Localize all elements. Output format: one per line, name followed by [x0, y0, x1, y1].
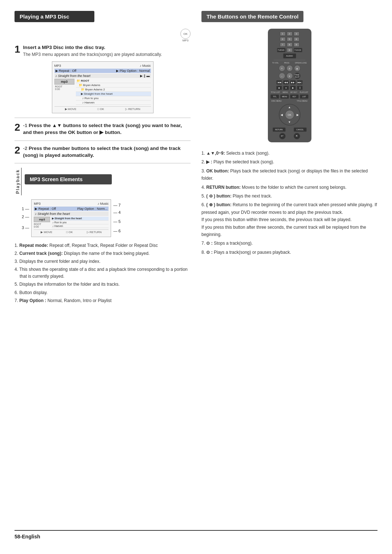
remote-vol-row-2: - ∨ FINESLIP	[279, 73, 301, 79]
remote-btn-3: 3	[294, 32, 299, 36]
divider-3	[15, 163, 191, 163]
mp3-logo-2: mp3	[34, 217, 50, 222]
mp3-repeat-row-2: ▶ Repeat : Off Play Option : Norm...	[34, 207, 109, 211]
page-number: 58	[15, 534, 20, 539]
step-2-1-block: 2 -1 Press the ▲▼ buttons to select the …	[15, 122, 191, 136]
remote-btn-progup: ∧	[286, 65, 293, 72]
remote-label-row-2: TITLE LIST MENU MY KEY PLAYLIST	[270, 91, 309, 93]
right-list-item-8: 8. ⊙ : Plays a track(song) or pauses pla…	[201, 249, 377, 256]
remote-spacer	[287, 127, 293, 132]
mp3-screen-body-2: mp3 ROOT 0:00 ▶ Straight from the heart …	[34, 217, 109, 228]
remote-btn-ok: OK	[285, 110, 294, 119]
right-list-item-2: 2. ▶ : Plays the selected track (song).	[201, 158, 377, 166]
remote-btn-fine: FINESLIP	[294, 73, 301, 79]
remote-btn-return: RETURN	[273, 127, 286, 132]
right-list-item-1: 1. ▲▼,0~9: Selects a track (song).	[201, 150, 377, 157]
mp3-list-item-3: 3. Displays the current folder and play …	[15, 258, 191, 265]
track-name-2: ♪ Straight from the heart	[35, 212, 70, 216]
remote-btn-rewind: ◀◀	[283, 80, 289, 85]
step-2-2-title: -2 Press the number buttons to select th…	[23, 145, 191, 159]
mp3-file-list: 📁 ROOT 📁 Bryan Adams 📁 Bryan Adams 2 ▶ S…	[76, 79, 151, 105]
step-2-2-text: Press the number buttons to select the t…	[23, 146, 181, 158]
ok-mp3-button: OK MP3	[180, 29, 191, 42]
mp3-label-2: MP3	[34, 202, 41, 205]
remote-btn-playlist: LIST	[300, 94, 309, 99]
remote-num-row-3: 7 8 9	[280, 42, 299, 47]
remote-mykey-label: MY KEY	[290, 91, 297, 93]
remote-spacer-2	[287, 133, 293, 139]
remote-btn-mykey: KEY	[290, 94, 299, 99]
left-col: Playing a MP3 Disc OK MP3 1 Insert a MP3…	[15, 11, 191, 523]
right-list-item-6: 6. ( ⊕ ) button: Returns to the beginnin…	[201, 201, 377, 238]
remote-special-row: TV/DVD 0 TV/VCR	[277, 48, 302, 52]
remote-titlemenu-label: TITLE MENU	[297, 100, 307, 102]
remote-btn-progdown: ∨	[286, 73, 293, 79]
mp3-screen-annotated: MP3 ♪ Music ▶ Repeat : Off Play Option :…	[31, 199, 111, 237]
remote-btn-skipfwd: ▶▶|	[297, 80, 303, 85]
right-list-item-5: 5. ( ⊖ ) button: Plays the next track.	[201, 192, 377, 200]
remote-num-row-1: 1 2 3	[280, 32, 299, 36]
remote-btn-7: 7	[280, 42, 286, 47]
right-col: The Buttons on the Remote Control 1 2 3 …	[201, 11, 377, 523]
remote-btn-8: 8	[287, 42, 293, 47]
mp3-list-item-5: 5. Displays the information for the fold…	[15, 281, 191, 288]
mp3-elements-section: Playback MP3 Screen Elements	[15, 168, 191, 195]
file-heaven-2: ♪ Haeven	[52, 224, 109, 228]
step-2-2-block: 2 -2 Press the number buttons to select …	[15, 145, 191, 159]
step-1-desc: The MP3 menu appears and the tracks(song…	[23, 51, 191, 58]
mp3-list-item-1: 1. Repeat mode: Repeat off, Repeat Track…	[15, 242, 191, 249]
step-2-1-text: Press the ▲▼ buttons to select the track…	[23, 123, 182, 135]
remote-label-row-1: TV VOL PROG OPEN/CLOSE	[270, 62, 309, 64]
step-2-2-sub: -2	[23, 146, 28, 151]
remote-btn-can-circle: ✕	[294, 133, 300, 139]
remote-tvvol-label: TV VOL	[272, 62, 279, 64]
remote-bottom-row: ↩ ✕	[279, 133, 300, 139]
remote-btn-play: ▶	[290, 86, 296, 90]
step-2-2-number: 2	[15, 145, 20, 155]
footer-return: ▷ RETURN	[125, 107, 140, 111]
remote-nav-ring: ▲ ▼ ◀ ▶ OK	[279, 104, 301, 126]
mp3-file-list-2: ▶ Straight from the heart ♪ Run to you ♪…	[52, 217, 109, 228]
mp3-screen-header-2: MP3 ♪ Music	[34, 202, 109, 205]
play-option-2: Play Option : Norm...	[77, 207, 108, 211]
remote-nav-up: ▲	[288, 106, 291, 109]
remote-image-area: 1 2 3 4 5 6 7 8 9 TV/DVD	[201, 29, 377, 142]
mp3-list-item-4: 4. This shows the operating state of a d…	[15, 266, 191, 280]
remote-btn-1: 1	[280, 32, 286, 36]
remote-titlelist-label: TITLE LIST	[271, 91, 280, 93]
remote-playlist-label: PLAYLIST	[300, 91, 308, 93]
remote-btn-audio: AUDIO	[283, 53, 296, 58]
mp3-screen-body: mp3 ROOT 0:00 📁 ROOT 📁 Bryan Adams 📁 Bry…	[54, 79, 151, 105]
remote-btn-forward: ▶▶	[290, 80, 296, 85]
remote-btn-tvdvd: TV/DVD	[277, 48, 286, 52]
step-1-number: 1	[15, 44, 20, 54]
footer-ok: □ OK	[97, 107, 104, 111]
remote-return-row: RETURN CANCEL	[273, 127, 307, 132]
mp3-logo-area-2: mp3 ROOT 0:00	[34, 217, 50, 228]
step-1-title: Insert a MP3 Disc into the disc tray.	[23, 44, 191, 51]
footer-move-2: ▶ MOVE	[41, 231, 52, 234]
right-annotations: — 7 — 4 — 5 — 6	[111, 199, 121, 237]
mp3-screen-label: MP3	[54, 64, 61, 68]
mp3-label: MP3	[183, 39, 188, 42]
footer-move: ▶ MOVE	[65, 107, 77, 111]
remote-btn-stop: ■	[276, 86, 282, 90]
page-container: Playing a MP3 Disc OK MP3 1 Insert a MP3…	[0, 0, 392, 554]
left-annotations: 1 — 2 — 3 —	[22, 199, 31, 237]
remote-transport-row-2: ■ ● ▶ ‖	[276, 86, 303, 90]
mp3-screen-1: MP3 ♪ Music ▶ Repeat : Off ▶ Play Option…	[22, 61, 183, 113]
ann-label-6: — 6	[113, 229, 121, 233]
music-label-2: ♪ Music	[98, 202, 109, 205]
step-2-1-number: 2	[15, 122, 20, 133]
remote-btn-eject: ▲	[294, 65, 301, 72]
right-section-header: The Buttons on the Remote Control	[201, 11, 303, 22]
remote-btn-pause: ‖	[297, 86, 303, 90]
footer-lang: English	[22, 534, 40, 539]
remote-btn-0: 0	[287, 48, 293, 52]
remote-btn-6: 6	[294, 37, 299, 41]
file-ba: 📁 Bryan Adams	[76, 83, 151, 87]
remote-label-row-3: DISC MENU TITLE MENU	[270, 100, 309, 102]
footer-return-2: ▷ RETURN	[87, 231, 102, 234]
mp3-logo: mp3	[54, 79, 74, 85]
remote-control: 1 2 3 4 5 6 7 8 9 TV/DVD	[268, 29, 311, 142]
